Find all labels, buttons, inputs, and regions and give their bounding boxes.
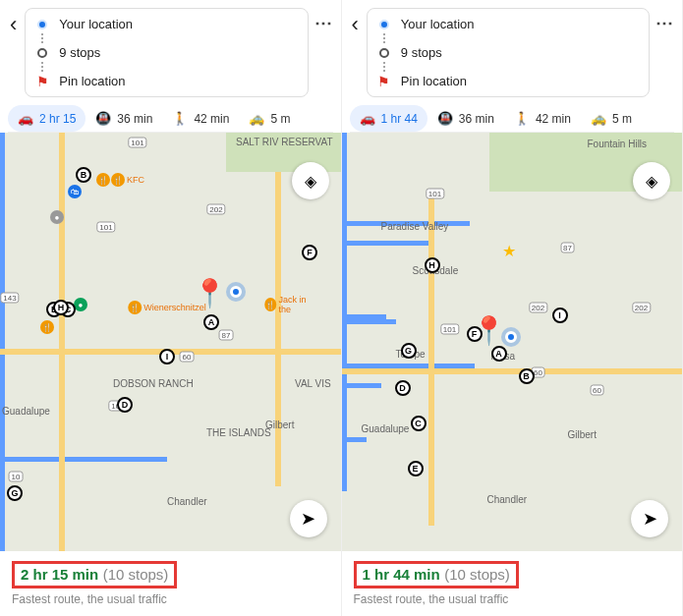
navigation-icon: ➤ — [301, 508, 315, 530]
top-section: ‹ Your location 9 stops ⚑ Pin location ⋯ — [342, 0, 683, 133]
map-canvas[interactable]: SALT RIV RESERVAT DOBSON RANCH VAL VIS T… — [0, 133, 341, 551]
stop-ring-icon — [37, 48, 47, 58]
poi-jack[interactable]: 🍴Jack in the — [264, 295, 315, 314]
location-dot-icon — [379, 20, 389, 29]
mode-drive[interactable]: 🚗1 hr 44 — [350, 105, 427, 132]
navigation-icon: ➤ — [643, 508, 657, 530]
stops-summary[interactable]: Your location 9 stops ⚑ Pin location — [25, 8, 308, 97]
map-canvas[interactable]: Fountain Hills Paradise Valley Scottsdal… — [342, 133, 683, 551]
starred-place-icon[interactable]: ★ — [502, 242, 516, 260]
waypoint-d[interactable]: D — [395, 380, 411, 396]
poi-kfc[interactable]: 🍴KFC — [111, 173, 144, 187]
city-label: Guadalupe — [2, 406, 50, 417]
stop-ring-icon — [379, 48, 389, 58]
stops-summary[interactable]: Your location 9 stops ⚑ Pin location — [367, 8, 650, 97]
city-label: Fountain Hills — [588, 139, 648, 149]
hwy-shield: 10 — [9, 472, 24, 482]
walk-icon: 🚶 — [514, 111, 530, 126]
recenter-button[interactable]: ➤ — [631, 500, 668, 537]
pin-icon: ● — [74, 298, 87, 311]
result-subtitle: Fastest route, the usual traffic — [354, 592, 671, 606]
result-sheet[interactable]: 2 hr 15 min (10 stops) Fastest route, th… — [0, 551, 341, 616]
mode-rideshare[interactable]: 🚕5 m — [239, 105, 300, 132]
rideshare-icon: 🚕 — [249, 111, 264, 126]
your-location-label: Your location — [59, 17, 133, 31]
restaurant-icon: 🍴 — [128, 301, 142, 314]
city-label: Gilbert — [265, 420, 294, 430]
destination-pin-icon[interactable]: 📍 — [472, 314, 506, 347]
transit-icon: 🚇 — [95, 111, 111, 126]
destination-pin-icon[interactable]: 📍 — [193, 277, 227, 309]
hwy-shield: 101 — [440, 324, 459, 335]
poi-restaurant[interactable]: 🍴 — [40, 320, 54, 334]
right-panel: ‹ Your location 9 stops ⚑ Pin location ⋯ — [342, 0, 684, 616]
pin-location-label: Pin location — [401, 74, 467, 88]
pin-icon: ● — [50, 210, 64, 224]
mode-walk[interactable]: 🚶42 min — [162, 105, 239, 132]
mode-rideshare[interactable]: 🚕5 m — [581, 105, 642, 132]
poi-restaurant[interactable]: 🍴 — [96, 173, 110, 187]
stops-count-label: 9 stops — [59, 45, 100, 60]
restaurant-icon: 🍴 — [111, 173, 125, 187]
hwy-shield: 143 — [0, 293, 19, 304]
your-location-label: Your location — [401, 17, 475, 31]
overflow-menu-button[interactable]: ⋯ — [655, 8, 674, 37]
waypoint-h[interactable]: H — [425, 257, 440, 273]
pin-location-label: Pin location — [59, 74, 125, 88]
waypoint-f[interactable]: F — [302, 245, 317, 260]
car-icon: 🚗 — [18, 111, 33, 126]
hwy-shield: 60 — [590, 385, 604, 396]
recenter-button[interactable]: ➤ — [290, 500, 327, 537]
restaurant-icon: 🍴 — [40, 320, 54, 334]
result-time: 2 hr 15 min — [21, 566, 98, 583]
waypoint-g[interactable]: G — [401, 343, 417, 359]
poi-marker[interactable]: ● — [74, 298, 87, 311]
waypoint-c[interactable]: C — [411, 416, 427, 431]
waypoint-i[interactable]: I — [159, 349, 175, 364]
car-icon: 🚗 — [360, 111, 375, 126]
city-label: VAL VIS — [295, 378, 331, 389]
result-stops: (10 stops) — [444, 566, 510, 583]
layers-icon: ◈ — [305, 172, 316, 191]
waypoint-a[interactable]: A — [203, 314, 219, 330]
back-button[interactable]: ‹ — [350, 8, 361, 41]
left-panel: ‹ Your location 9 stops ⚑ Pin location ⋯ — [0, 0, 342, 616]
mode-drive[interactable]: 🚗2 hr 15 — [8, 105, 85, 132]
city-label: Chandler — [487, 494, 528, 505]
mode-walk[interactable]: 🚶42 min — [504, 105, 581, 132]
pin-icon: ⚑ — [377, 75, 390, 88]
mode-transit[interactable]: 🚇36 min — [85, 105, 162, 132]
waypoint-g[interactable]: G — [7, 485, 23, 501]
hwy-shield: 101 — [128, 138, 146, 148]
pin-icon: ⚑ — [36, 75, 49, 88]
rideshare-icon: 🚕 — [591, 111, 606, 126]
overflow-menu-button[interactable]: ⋯ — [314, 8, 333, 37]
mode-transit[interactable]: 🚇36 min — [427, 105, 504, 132]
back-button[interactable]: ‹ — [8, 8, 19, 41]
hwy-shield: 202 — [632, 303, 651, 313]
walk-icon: 🚶 — [172, 111, 188, 126]
waypoint-a[interactable]: A — [491, 346, 507, 362]
restaurant-icon: 🍴 — [96, 173, 110, 187]
poi-marker[interactable]: ● — [50, 210, 64, 224]
location-dot-icon — [37, 20, 47, 29]
hwy-shield: 101 — [426, 189, 444, 199]
current-location-dot — [230, 286, 242, 298]
hwy-shield: 87 — [219, 330, 234, 341]
result-highlight: 1 hr 44 min (10 stops) — [354, 561, 519, 588]
city-label: Gilbert — [568, 429, 597, 440]
waypoint-b[interactable]: B — [76, 167, 91, 183]
waypoint-i[interactable]: I — [552, 308, 568, 323]
layers-icon: ◈ — [646, 172, 657, 191]
result-highlight: 2 hr 15 min (10 stops) — [12, 561, 177, 588]
waypoint-e[interactable]: E — [408, 461, 424, 476]
waypoint-d[interactable]: D — [117, 397, 133, 413]
waypoint-h[interactable]: H — [53, 300, 69, 315]
waypoint-b[interactable]: B — [519, 368, 535, 384]
restaurant-icon: 🍴 — [264, 298, 276, 311]
stops-count-label: 9 stops — [401, 45, 442, 60]
city-label: SALT RIV RESERVAT — [236, 137, 333, 147]
result-sheet[interactable]: 1 hr 44 min (10 stops) Fastest route, th… — [342, 551, 683, 616]
poi-shopping[interactable]: 🛍 — [68, 185, 82, 198]
travel-modes: 🚗1 hr 44 🚇36 min 🚶42 min 🚕5 m — [350, 105, 675, 133]
